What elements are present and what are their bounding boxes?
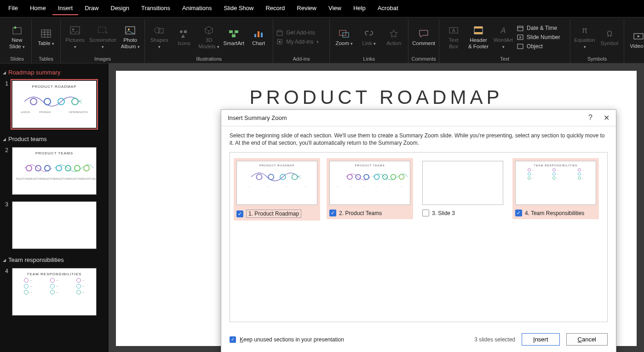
ribbon-group-symbols: πEquation ▾ΩSymbolSymbols <box>570 19 624 63</box>
ribbon-group-label: Add-ins <box>293 55 310 63</box>
tab-view[interactable]: View <box>323 2 347 15</box>
table-button[interactable]: Table ▾ <box>34 19 58 55</box>
link-icon <box>362 28 375 40</box>
card-label: 3. Slide 3 <box>432 210 455 216</box>
section-header[interactable]: Team responsibilities <box>3 254 106 266</box>
svg-point-56 <box>399 175 404 180</box>
icons-icon <box>178 28 190 40</box>
shapes-button[interactable]: Shapes ▾ <box>148 19 171 55</box>
slide-panel: Roadmap summary1PRODUCT ROADMAPLESSONPRO… <box>0 63 109 352</box>
card-checkbox[interactable]: ✓ <box>329 210 336 216</box>
picture-icon <box>69 24 81 36</box>
calendar-icon <box>517 24 524 32</box>
insert-button[interactable]: Insert <box>522 333 560 346</box>
tab-slide-show[interactable]: Slide Show <box>218 2 259 15</box>
card-checkbox[interactable]: ✓ <box>515 210 522 216</box>
smartart-button[interactable]: SmartArt <box>222 19 245 55</box>
symbol-button[interactable]: ΩSymbol <box>598 19 621 55</box>
tab-acrobat[interactable]: Acrobat <box>372 2 404 15</box>
summary-card[interactable]: 3. Slide 3 <box>420 158 506 219</box>
tab-record[interactable]: Record <box>260 2 290 15</box>
equation-button[interactable]: πEquation ▾ <box>573 19 596 55</box>
cube-icon <box>202 24 215 36</box>
zoom-button[interactable]: Zoom ▾ <box>333 19 356 55</box>
tab-help[interactable]: Help <box>348 2 371 15</box>
ribbon-group-media: Video ▾ <box>624 19 644 63</box>
svg-point-52 <box>364 175 369 180</box>
svg-point-50 <box>347 175 352 180</box>
tab-home[interactable]: Home <box>24 2 52 15</box>
plus-slide-icon <box>11 24 23 36</box>
get-addins-button[interactable]: Get Add-ins <box>276 29 327 36</box>
card-checkbox[interactable] <box>422 210 429 216</box>
svg-point-44 <box>75 165 80 171</box>
video-button[interactable]: Video ▾ <box>627 19 644 60</box>
summary-card[interactable]: TEAM RESPONSIBILITIES—————————✓4. Team R… <box>512 158 599 219</box>
card-checkbox[interactable]: ✓ <box>236 210 243 217</box>
slide-row: 2PRODUCT TEAMSMILESTONEMILESTONEMILESTON… <box>3 145 106 199</box>
svg-point-42 <box>56 165 62 171</box>
ribbon-group-slides: NewSlide ▾Slides <box>3 19 32 63</box>
date-time-button[interactable]: Date & Time <box>517 24 567 32</box>
dialog-body: Select the beginning slide of each secti… <box>221 126 616 328</box>
dialog-close-button[interactable]: ✕ <box>604 114 610 122</box>
tab-insert[interactable]: Insert <box>52 2 79 15</box>
slide-number-button[interactable]: #Slide Number <box>517 34 567 41</box>
ribbon-group-label: Symbols <box>587 55 607 63</box>
slide-title[interactable]: PRODUCT ROADMAP <box>116 71 637 108</box>
icons-button[interactable]: Icons <box>172 19 196 55</box>
svg-point-49 <box>292 174 298 180</box>
chart-button[interactable]: Chart <box>247 19 270 55</box>
tab-file[interactable]: File <box>3 2 23 15</box>
3d-models-button[interactable]: 3DModels ▾ <box>197 19 220 55</box>
keep-sections-checkbox[interactable]: ✓ <box>230 336 236 343</box>
comment-button[interactable]: Comment <box>411 19 436 55</box>
svg-rect-16 <box>261 33 263 37</box>
slide-row: 1PRODUCT ROADMAPLESSONPROBLEMDETERMINATI… <box>3 79 106 133</box>
tab-design[interactable]: Design <box>105 2 135 15</box>
action-button[interactable]: Action <box>382 19 405 55</box>
summary-card[interactable]: PRODUCT TEAMS——————✓2. Product Teams <box>327 158 413 219</box>
dialog-header: Insert Summary Zoom ? ✕ <box>221 110 616 126</box>
dialog-help-button[interactable]: ? <box>588 114 592 122</box>
ribbon-group-comments: CommentComments <box>408 19 439 63</box>
insert-summary-zoom-dialog: Insert Summary Zoom ? ✕ Select the begin… <box>221 109 616 352</box>
svg-rect-13 <box>232 34 236 37</box>
star-icon <box>387 28 400 40</box>
tab-review[interactable]: Review <box>291 2 322 15</box>
wordart-button[interactable]: AWordArt ▾ <box>492 19 515 55</box>
summary-card[interactable]: PRODUCT ROADMAP————✓1. Product Roadmap <box>234 158 320 221</box>
slide-thumbnail[interactable]: TEAM RESPONSIBILITIES————————— <box>12 268 97 316</box>
ribbon-group-images: Pictures ▾Screenshot ▾PhotoAlbum ▾Images <box>61 19 145 63</box>
cancel-button[interactable]: Cancel <box>566 333 608 346</box>
keep-sections-label: Keep unused sections in your presentatio… <box>240 336 344 343</box>
svg-text:A: A <box>452 28 455 33</box>
ribbon-insert: NewSlide ▾SlidesTable ▾TablesPictures ▾S… <box>0 17 644 63</box>
tab-animations[interactable]: Animations <box>177 2 217 15</box>
smartart-icon <box>227 28 240 40</box>
pictures-button[interactable]: Pictures ▾ <box>63 19 86 55</box>
svg-text:A: A <box>500 27 506 34</box>
section-header[interactable]: Product teams <box>3 133 106 145</box>
slide-thumbnail[interactable]: PRODUCT TEAMSMILESTONEMILESTONEMILESTONE… <box>12 147 97 195</box>
tab-draw[interactable]: Draw <box>79 2 104 15</box>
zoom-icon <box>338 28 351 40</box>
card-preview <box>422 161 503 205</box>
svg-point-46 <box>256 174 262 180</box>
my-addins-button[interactable]: My Add-ins ▾ <box>276 38 327 45</box>
screenshot-button[interactable]: Screenshot ▾ <box>88 19 117 55</box>
object-button[interactable]: Object <box>517 43 567 50</box>
slide-thumbnail[interactable] <box>12 201 97 249</box>
header-footer-button[interactable]: Header& Footer <box>467 19 490 55</box>
svg-rect-11 <box>229 30 233 33</box>
slide-thumbnail[interactable]: PRODUCT ROADMAPLESSONPROBLEMDETERMINATIO… <box>12 80 97 128</box>
section-header[interactable]: Roadmap summary <box>3 66 106 79</box>
photo-album-button[interactable]: PhotoAlbum ▾ <box>119 19 142 55</box>
svg-point-35 <box>30 98 37 105</box>
svg-point-39 <box>26 165 32 171</box>
addin-icon <box>276 38 283 45</box>
new-slide-button[interactable]: NewSlide ▾ <box>6 19 29 55</box>
text-box-button[interactable]: ATextBox <box>442 19 465 55</box>
link-button[interactable]: Link ▾ <box>357 19 380 55</box>
tab-transitions[interactable]: Transitions <box>136 2 176 15</box>
